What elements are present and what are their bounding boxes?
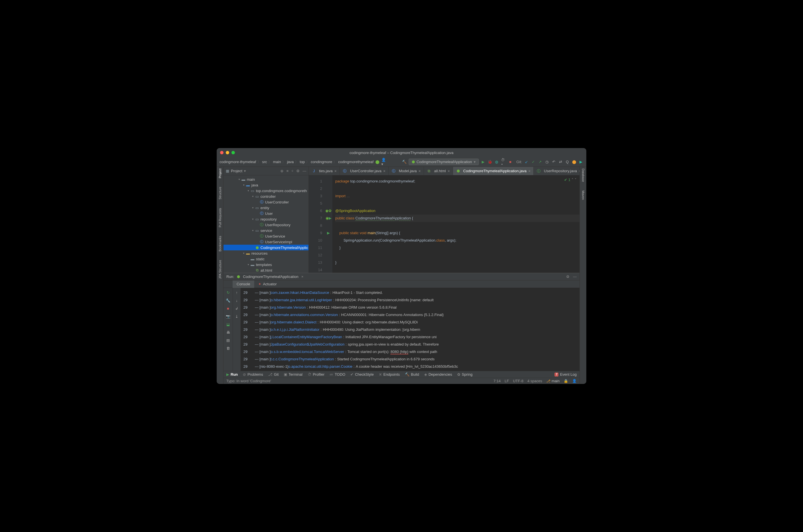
git-branch[interactable]: ⎇main [546, 379, 560, 383]
bottom-tool-button[interactable]: ⏱Profiler [308, 372, 324, 377]
zoom-icon[interactable] [231, 151, 235, 154]
tree-node[interactable]: ⧉all.html [224, 267, 309, 273]
editor-tab[interactable]: ⧉all.html× [424, 167, 453, 175]
breadcrumb-segment[interactable]: condingmore [311, 160, 332, 164]
stop-icon[interactable]: ■ [225, 305, 231, 311]
close-tab-icon[interactable]: × [334, 169, 337, 173]
tool-window-tab[interactable]: Bookmarks [218, 236, 222, 251]
tree-node[interactable]: ▾▬templates [224, 262, 309, 267]
console-output[interactable]: 29 --- [main ] com.zaxxer.hikari.HikariD… [241, 288, 579, 371]
inspection-widget[interactable]: ✔1 ˄˅ [564, 178, 577, 182]
history-icon[interactable]: ◷ [544, 159, 549, 165]
profile-icon[interactable]: ⏱▾ [501, 159, 506, 165]
leaf-icon[interactable]: ✿ [329, 207, 332, 214]
rollback-icon[interactable]: ↶ [551, 159, 556, 165]
jrebel-icon[interactable]: ▶ [578, 159, 583, 165]
filter-icon[interactable]: ▤ [225, 337, 231, 343]
breadcrumb-segment[interactable]: src [262, 160, 267, 164]
editor-body[interactable]: 123567891011121314 ◉✿◉▶▶ package top.con… [309, 175, 579, 273]
tree-node[interactable]: ▾▭controller [224, 193, 309, 199]
scroll-end-icon[interactable]: ⤓ [234, 314, 240, 319]
select-opened-icon[interactable]: ⊕ [280, 169, 283, 173]
close-tab-icon[interactable]: × [418, 169, 421, 173]
tree-node[interactable]: ▾▭repository [224, 216, 309, 222]
spring-bean-icon[interactable]: ◉ [325, 214, 329, 222]
layout-icon[interactable]: ⬓ [225, 321, 231, 327]
bottom-tool-button[interactable]: ⤨Endpoints [379, 372, 400, 377]
line-separator[interactable]: LF [505, 379, 509, 383]
tree-node[interactable]: ▾▬main [224, 176, 309, 182]
bottom-tool-button[interactable]: ⎇Git [268, 372, 279, 377]
down-icon[interactable]: ↓ [234, 298, 240, 303]
breadcrumb-segment[interactable]: top [300, 160, 305, 164]
close-tab-icon[interactable]: × [448, 169, 450, 173]
tool-window-tab[interactable]: JPA Structure [218, 260, 222, 279]
run-config-selector[interactable]: ⬢ CodingmoreThymeleafApplication ▾ [409, 158, 479, 165]
run-gutter-icon[interactable]: ▶ [327, 229, 330, 237]
ide-settings-icon[interactable]: ⬤ [572, 159, 577, 165]
wrench-icon[interactable]: 🔧 [225, 298, 231, 303]
event-log-button[interactable]: 7Event Log [555, 372, 577, 377]
debug-icon[interactable]: 🐞 [487, 159, 492, 165]
git-push-icon[interactable]: ↗ [537, 159, 543, 165]
tree-node[interactable]: ▾▬java [224, 182, 309, 188]
editor-tab[interactable]: ⒸUserController.java× [340, 167, 389, 175]
close-tab-icon[interactable]: × [528, 169, 530, 173]
hide-icon[interactable]: — [302, 169, 306, 173]
file-encoding[interactable]: UTF-8 [513, 379, 523, 383]
tree-node[interactable]: ⒾUserService [224, 233, 309, 239]
gear-icon[interactable]: ⚙ [296, 169, 300, 173]
hide-icon[interactable]: — [573, 274, 577, 279]
editor-tab[interactable]: ⒸModel.java× [389, 167, 424, 175]
tree-node[interactable]: ▾▬resources [224, 250, 309, 256]
tree-node[interactable]: ▾▭service [224, 228, 309, 233]
tool-window-tab[interactable]: Database [581, 169, 585, 182]
tool-window-tab[interactable]: Project [218, 169, 222, 178]
minimize-icon[interactable] [226, 151, 229, 154]
code-area[interactable]: package top.condingmore.codingmorethymel… [332, 175, 579, 273]
editor-tab[interactable]: ⒾUserRepository.java× [534, 167, 579, 175]
tree-node[interactable]: ⬢CodingmoreThymeleafApplic [224, 245, 309, 250]
camera-icon[interactable]: 📷 [225, 314, 231, 319]
git-update-icon[interactable]: ↙ [524, 159, 529, 165]
bottom-tool-button[interactable]: ◈Dependencies [424, 372, 452, 377]
soft-wrap-icon[interactable]: ↲ [234, 305, 240, 311]
expand-all-icon[interactable]: ≡ [286, 169, 288, 173]
close-icon[interactable] [220, 151, 224, 154]
bottom-tool-button[interactable]: ✔CheckStyle [350, 372, 374, 377]
search-icon[interactable]: Q [565, 159, 570, 165]
tree-node[interactable]: ⒸUser [224, 211, 309, 216]
coverage-icon[interactable]: ◍ [494, 159, 499, 165]
lock-icon[interactable]: 🔒 [564, 379, 568, 383]
run-tab[interactable]: Console [232, 281, 254, 288]
tree-node[interactable]: ⒾUserRepository [224, 222, 309, 228]
build-icon[interactable]: 🔨 [402, 159, 407, 165]
bottom-tool-button[interactable]: ▣Terminal [284, 372, 302, 377]
indent-setting[interactable]: 4 spaces [527, 379, 542, 383]
close-tab-icon[interactable]: × [383, 169, 385, 173]
tree-node[interactable]: ▬static [224, 256, 309, 262]
tool-window-tab[interactable]: Maven [581, 190, 585, 200]
cursor-position[interactable]: 7:14 [493, 379, 501, 383]
breadcrumb-segment[interactable]: codingmorethymeleaf [338, 160, 373, 164]
stop-icon[interactable]: ■ [508, 159, 513, 165]
trash-icon[interactable]: 🗑 [225, 345, 231, 351]
up-icon[interactable]: ↑ [234, 290, 240, 295]
bottom-tool-button[interactable]: 🔨Build [405, 372, 419, 377]
breadcrumb-segment[interactable]: main [273, 160, 281, 164]
spring-bean-icon[interactable]: ◉ [325, 207, 329, 214]
bottom-tool-button[interactable]: ✿Spring [457, 372, 472, 377]
breadcrumb-segment[interactable]: codingmore-thymeleaf [220, 160, 256, 164]
project-view-selector[interactable]: ▦ Project ▾ [226, 169, 246, 173]
run-gutter-icon[interactable]: ▶ [329, 214, 332, 222]
tool-window-tab[interactable]: Pull Requests [218, 208, 222, 227]
breadcrumb[interactable]: codingmore-thymeleaf 〉src 〉main 〉java 〉t… [220, 159, 374, 165]
tree-node[interactable]: ▾▭top.condingmore.codingmoreth [224, 188, 309, 193]
inspector-icon[interactable]: 👤 [572, 379, 577, 383]
project-tree[interactable]: ▾▬main▾▬java▾▭top.condingmore.codingmore… [224, 175, 309, 273]
bottom-tool-button[interactable]: ▶Run [226, 372, 238, 377]
tree-node[interactable]: ⒸUserController [224, 199, 309, 205]
gear-icon[interactable]: ⚙ [566, 274, 569, 279]
collapse-all-icon[interactable]: ÷ [292, 169, 294, 173]
nav-icon[interactable]: 👤▾ [381, 159, 387, 165]
